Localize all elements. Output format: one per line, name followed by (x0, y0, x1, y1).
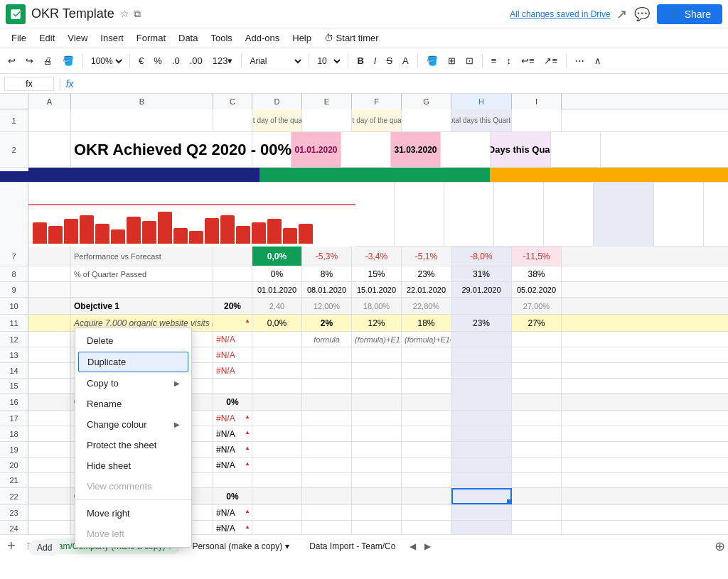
cell-a2[interactable] (28, 132, 71, 167)
cell-e1[interactable] (302, 109, 352, 131)
cell-i1[interactable] (512, 109, 562, 131)
col-header-g[interactable]: G (402, 94, 451, 109)
cell-d15[interactable] (252, 379, 302, 394)
cell-g13[interactable] (402, 347, 451, 362)
cell-d9[interactable]: 01.01.2020 (252, 282, 302, 297)
cell-i7[interactable]: -11,5% (512, 247, 562, 266)
cell-c1[interactable] (213, 109, 252, 131)
rownum-19[interactable]: 19 (0, 442, 28, 457)
wrap-btn[interactable]: ↩≡ (518, 54, 538, 67)
rownum-1[interactable]: 1 (0, 109, 28, 131)
cell-i14[interactable] (512, 363, 562, 378)
cell-h12[interactable] (451, 332, 512, 347)
cell-d11[interactable]: 0,0% (252, 315, 302, 331)
cell-f16[interactable] (352, 394, 402, 410)
rownum-14[interactable]: 14 (0, 363, 28, 378)
cell-g12[interactable]: (formula)+E10 (402, 332, 451, 347)
cell-e12[interactable]: formula (302, 332, 352, 347)
cell-a13[interactable] (28, 347, 71, 362)
bold-btn[interactable]: B (353, 54, 367, 67)
font-select[interactable]: ArialTimes New Roman (247, 55, 304, 67)
add-sheet-button[interactable]: ⊕ (714, 539, 725, 554)
cell-f15[interactable] (352, 379, 402, 394)
cell-f20[interactable] (352, 458, 402, 472)
rownum-11[interactable]: 11 (0, 315, 28, 331)
color-btn[interactable]: A (399, 54, 412, 67)
cell-h11[interactable]: 23% (451, 315, 512, 331)
ctx-hide[interactable]: Hide sheet (75, 455, 191, 476)
menu-tools[interactable]: Tools (205, 31, 237, 45)
cell-e8[interactable]: 8% (302, 266, 352, 281)
cell-a11[interactable] (28, 315, 71, 331)
cell-h17[interactable] (451, 411, 512, 426)
add-sheet-icon[interactable]: + (3, 536, 20, 556)
tab-personal[interactable]: Personal (make a copy) ▾ (183, 539, 298, 554)
cell-b10[interactable]: Obejctive 1 (71, 298, 213, 314)
menu-edit[interactable]: Edit (33, 31, 60, 45)
cell-h10[interactable] (451, 298, 512, 314)
rownum-16[interactable]: 16 (0, 394, 28, 410)
cell-f12[interactable]: (formula)+E1 (352, 332, 402, 347)
col-header-i[interactable]: I (512, 94, 562, 109)
cell-g19[interactable] (402, 442, 451, 457)
cell-e19[interactable] (302, 442, 352, 457)
cell-h2[interactable]: 90 Days this Quarter (491, 132, 551, 167)
cell-i9[interactable]: 05.02.2020 (512, 282, 562, 297)
cell-e18[interactable] (302, 426, 352, 441)
comment-icon[interactable]: 💬 (634, 6, 650, 22)
cell-g15[interactable] (402, 379, 451, 394)
format123-btn[interactable]: 123▾ (209, 54, 237, 67)
cell-d12[interactable] (252, 332, 302, 347)
col-header-e[interactable]: E (302, 94, 352, 109)
menu-addons[interactable]: Add-ons (240, 31, 285, 45)
cell-c13[interactable]: #N/A (213, 347, 252, 362)
rownum-21[interactable]: 21 (0, 473, 28, 487)
cell-c7[interactable] (213, 247, 252, 266)
redo-button[interactable]: ↪ (22, 54, 37, 67)
cell-f10[interactable]: 18,00% (352, 298, 402, 314)
cell-e10[interactable]: 12,00% (302, 298, 352, 314)
valign-btn[interactable]: ↕ (503, 54, 515, 67)
cell-d7[interactable]: 0,0% (252, 247, 302, 266)
cell-c14[interactable]: #N/A (213, 363, 252, 378)
cell-h19[interactable] (451, 442, 512, 457)
cell-a8[interactable] (28, 266, 71, 281)
cell-f19[interactable] (352, 442, 402, 457)
rownum-24[interactable]: 24 (0, 521, 28, 534)
cell-e14[interactable] (302, 363, 352, 378)
rownum-10[interactable]: 10 (0, 298, 28, 314)
cell-d8[interactable]: 0% (252, 266, 302, 281)
rownum-15[interactable]: 15 (0, 379, 28, 393)
zoom-select[interactable]: 100%75%150% (88, 55, 124, 67)
share-button[interactable]: 👤 Share (657, 4, 722, 24)
cell-d2[interactable]: 01.01.2020 (291, 132, 341, 167)
cell-h15[interactable] (451, 379, 512, 394)
cell-h18[interactable] (451, 426, 512, 441)
tab-nav-left[interactable]: ◀ (407, 540, 419, 553)
cell-e7[interactable]: -5,3% (302, 247, 352, 266)
cell-e20[interactable] (302, 458, 352, 472)
cell-g1[interactable] (402, 109, 451, 131)
cell-b8[interactable]: % of Quarter Passed (71, 266, 213, 281)
strikethrough-btn[interactable]: S (382, 54, 396, 67)
rownum-8[interactable]: 8 (0, 266, 28, 281)
percent-btn[interactable]: % (150, 54, 166, 67)
cell-b2[interactable]: OKR Achieved Q2 2020 - 00% (71, 132, 252, 167)
cell-a20[interactable] (28, 458, 71, 472)
merge-btn[interactable]: ⊡ (462, 54, 477, 67)
cell-reference[interactable] (4, 77, 54, 91)
cell-f-chart[interactable] (494, 183, 544, 247)
cell-e9[interactable]: 08.01.2020 (302, 282, 352, 297)
cell-b1[interactable] (71, 109, 213, 131)
fill-btn[interactable]: 🪣 (423, 54, 441, 67)
cell-i10[interactable]: 27,00% (512, 298, 562, 314)
rownum-23[interactable]: 23 (0, 505, 28, 520)
rownum-2[interactable]: 2 (0, 132, 28, 167)
rownum-22[interactable]: 22 (0, 488, 28, 504)
rotate-btn[interactable]: ↗≡ (540, 54, 561, 67)
cell-i17[interactable] (512, 411, 562, 426)
cell-d20[interactable] (252, 458, 302, 472)
ctx-protect[interactable]: Protect the sheet (75, 435, 191, 455)
cell-g2[interactable] (441, 132, 491, 167)
cell-g11[interactable]: 18% (402, 315, 451, 331)
